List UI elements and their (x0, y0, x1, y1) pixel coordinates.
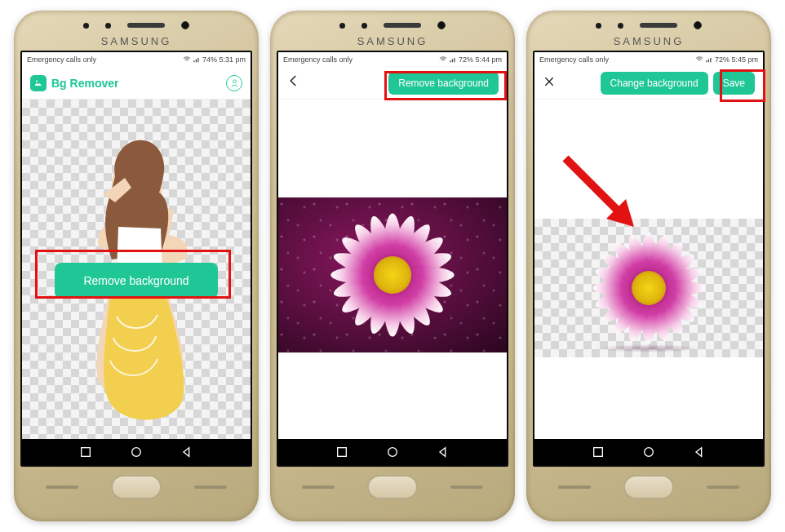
signal-icon (705, 55, 713, 64)
home-button[interactable] (111, 475, 162, 499)
signal-icon (193, 55, 201, 64)
status-left: Emergency calls only (27, 55, 96, 64)
phone-mockup-3: SAMSUNG Emergency calls only 72% 5:45 pm… (526, 11, 771, 521)
back-icon[interactable] (437, 446, 450, 459)
svg-point-0 (36, 80, 38, 82)
wifi-icon (695, 55, 703, 64)
app-bar: Remove background (278, 67, 507, 100)
back-button[interactable] (286, 73, 301, 92)
wifi-icon (439, 55, 447, 64)
back-icon[interactable] (693, 446, 706, 459)
recent-apps-icon[interactable] (79, 446, 92, 459)
status-right: 74% 5:31 pm (183, 55, 246, 64)
home-button[interactable] (367, 475, 418, 499)
svg-point-5 (388, 448, 397, 457)
device-brand: SAMSUNG (20, 35, 252, 47)
phone-mockup-2: SAMSUNG Emergency calls only 72% 5:44 pm… (270, 11, 515, 521)
status-bar: Emergency calls only 74% 5:31 pm (22, 52, 251, 67)
svg-rect-4 (338, 448, 347, 457)
hardware-buttons (20, 475, 252, 499)
image-canvas: Remove background (22, 100, 251, 439)
svg-point-3 (132, 448, 141, 457)
app-bar: Bg Remover (22, 67, 251, 100)
status-bar: Emergency calls only 72% 5:45 pm (534, 52, 763, 67)
svg-rect-8 (594, 448, 603, 457)
status-left: Emergency calls only (283, 55, 353, 64)
profile-icon[interactable] (226, 75, 242, 91)
svg-point-9 (645, 448, 654, 457)
result-preview (534, 100, 763, 439)
phone-mockup-1: SAMSUNG Emergency calls only 74% 5:31 pm… (14, 11, 259, 521)
app-logo-icon (30, 75, 47, 91)
status-right: 72% 5:44 pm (439, 55, 502, 64)
home-icon[interactable] (642, 446, 655, 459)
recent-apps-icon[interactable] (592, 446, 605, 459)
status-bar: Emergency calls only 72% 5:44 pm (278, 52, 507, 67)
home-icon[interactable] (130, 446, 143, 459)
svg-rect-2 (82, 448, 91, 457)
status-left: Emergency calls only (539, 55, 609, 64)
close-button[interactable] (543, 73, 556, 92)
remove-background-button[interactable]: Remove background (55, 263, 218, 299)
sensor-bar (20, 17, 252, 33)
android-navbar (22, 439, 251, 465)
remove-background-button[interactable]: Remove background (388, 72, 499, 95)
recent-apps-icon[interactable] (335, 446, 348, 459)
signal-icon (449, 55, 457, 64)
wifi-icon (183, 55, 191, 64)
screen: Emergency calls only 74% 5:31 pm Bg Remo… (20, 51, 252, 467)
image-preview (278, 100, 507, 439)
svg-point-1 (233, 80, 236, 83)
back-icon[interactable] (180, 446, 193, 459)
app-title: Bg Remover (51, 77, 118, 90)
save-button[interactable]: Save (713, 72, 755, 95)
app-bar: Change background Save (534, 67, 763, 100)
annotation-arrow-icon (556, 149, 654, 246)
home-button[interactable] (623, 475, 674, 499)
status-right: 72% 5:45 pm (695, 55, 758, 64)
home-icon[interactable] (386, 446, 399, 459)
change-background-button[interactable]: Change background (601, 72, 708, 95)
